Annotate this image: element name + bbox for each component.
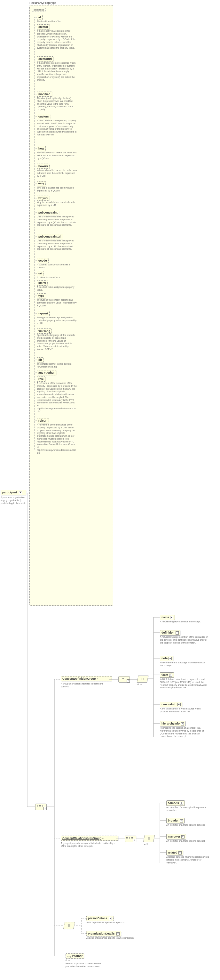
element-label: personDetails [88,916,107,920]
attribute-label: pubconstraint [38,211,57,214]
cardinality: 0..∞ [66,959,70,961]
element-desc: An identifier of a concept with equivale… [166,806,211,812]
root-desc: A person or organisation (e.g. group of … [1,496,28,504]
element-label: definition [161,631,174,634]
expand-icon[interactable]: + [109,917,112,920]
element-hierarchyinfo: hierarchyInfo+ [160,721,185,726]
element-label: narrower [168,835,180,838]
cardinality: 0..∞ [144,843,148,845]
attribute-label: modified [38,92,51,96]
expand-icon[interactable]: + [180,802,183,805]
element-label: organisationDetails [88,932,115,935]
element-desc: A related concept, where the relationshi… [166,856,211,864]
element-remoteinfo: remoteInfo+ [160,702,182,707]
attribute-literal: literal [37,280,47,286]
expand-icon[interactable]: + [102,837,104,840]
attribute-pubconstrainturi: pubconstrainturi [37,234,63,239]
element-desc: Extension point for provider-defined pro… [66,963,107,968]
attribute-qcode: qcode [37,258,49,263]
element-broader: broader+ [166,818,185,823]
element-desc: A natural language definition of the sem… [160,636,208,644]
attribute-label: why [38,182,44,185]
attribute-role: role [37,377,46,382]
element-label: ##other [72,955,82,958]
element-definition: definition+ [160,630,180,635]
attribute-creator: creator [37,24,50,29]
expand-icon[interactable]: + [180,722,184,725]
expand-icon[interactable]: + [169,657,172,660]
diagram-title: Flex1PartyPropType [29,1,56,5]
cardinality: 0..∞ [138,683,142,686]
any-prefix: any [67,955,71,958]
attribute-label: uri [38,272,42,275]
choice-rel: ⊟ [143,835,155,842]
choice-details: ⊟ [63,922,75,929]
attribute-desc: Why the metadata has been included - exp… [37,187,77,192]
attribute-desc: Indicates by which means the value was e… [37,151,77,160]
attribute-typeuri: typeuri [37,311,49,316]
group-label: ConceptRelationshipsGroup [62,837,101,840]
group-label: ConceptDefinitionGroup [62,677,96,680]
element-label: name [161,616,169,619]
attribute-desc: A URI which identifies a [37,276,77,279]
element-facet: facet+ [160,672,174,678]
attribute-label: role [38,377,44,381]
attribute-label: howuri [38,165,48,168]
attribute-label: dir [38,358,42,361]
element-desc: A group of properties specific to an org… [86,937,134,940]
element-desc: Represents the position of a concept in … [160,727,208,738]
attribute-modified: modified [37,92,52,97]
attribute-label: xml:lang [38,329,50,332]
element-label: remoteInfo [161,703,177,706]
attribute-desc: The local identifier of the [37,20,77,23]
expand-icon[interactable]: + [19,491,22,494]
expand-icon[interactable]: + [169,674,173,677]
attribute-uri: uri [37,271,44,276]
element-label: related [168,851,177,854]
attribute-label: custom [38,115,49,118]
attribute-label: typeuri [38,312,48,315]
expand-icon[interactable]: + [181,835,185,838]
element-person-details: personDetails + [86,916,114,921]
group-concept-definition: ConceptDefinitionGroup + [61,676,112,681]
attribute-desc: If the property value is not defined, sp… [37,30,77,49]
expand-icon[interactable]: + [116,932,120,935]
attribute-pubconstraint: pubconstraint [37,210,59,215]
element-desc: A natural language name for the concept. [160,620,208,624]
group-desc: A group of properties required to indica… [61,842,115,848]
expand-icon[interactable]: + [43,807,47,810]
element-any-other: any ##other [66,953,84,959]
expand-icon[interactable]: + [97,678,98,680]
attribute-desc: One or many constraints that apply to pu… [37,215,77,227]
choice-def: ⊟ [137,676,149,682]
expand-icon[interactable]: + [177,703,180,706]
attribute-label: id [38,16,41,19]
attribute-desc: Why the metadata has been included - exp… [37,201,77,207]
expand-icon[interactable]: + [170,616,173,619]
element-desc: A set of properties specific to a person [86,921,131,924]
attribute-desc: The type of the concept assigned as cont… [37,299,77,307]
attribute-desc: Indicates by which means the value was e… [37,169,77,177]
attribute-desc: A refinement of the semantics of the pro… [37,382,77,413]
expand-icon[interactable]: + [179,851,182,854]
attribute-desc: A refinement of the semantics of the pro… [37,423,77,454]
attribute-label: how [38,147,44,150]
attribute-custom: custom [37,114,50,119]
expand-icon[interactable]: + [133,839,136,842]
attribute-label: creator [38,25,48,29]
element-label: sameAs [168,801,179,805]
expand-icon[interactable]: + [180,819,183,822]
element-label: note [161,657,168,660]
attribute-desc: If the attribute is empty, specifies whi… [37,62,77,81]
attribute-label: whyuri [38,197,47,200]
element-name: name+ [160,615,175,620]
element-note: note+ [160,656,173,661]
expand-icon[interactable]: + [127,679,130,682]
attribute-label: creatoruri [38,57,52,60]
attribute-label: literal [38,282,46,285]
attribute-id: id [37,15,43,20]
expand-icon[interactable]: + [176,632,179,635]
element-desc: In NAR 1.8 and later, facet is deprecate… [160,678,208,689]
attribute-whyuri: whyuri [37,196,49,201]
element-sameas: sameAs+ [166,800,185,806]
